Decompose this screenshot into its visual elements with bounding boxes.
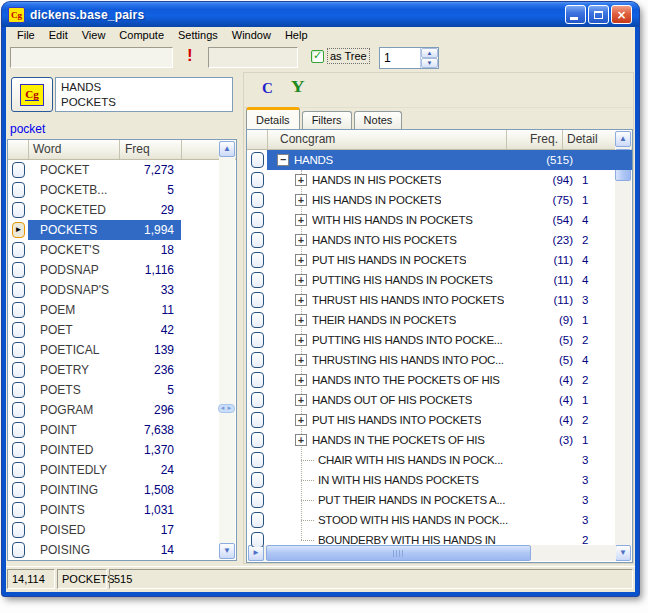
concgram-row[interactable]: STOOD WITH HIS HANDS IN POCK...3	[247, 510, 632, 530]
word-row[interactable]: POINT7,638	[8, 420, 236, 440]
concgram-row[interactable]: +THRUST HIS HANDS INTO POCKETS(11)3	[247, 290, 632, 310]
expand-icon[interactable]: +	[295, 334, 307, 346]
word-row-content[interactable]: POINT7,638	[28, 420, 181, 440]
word-row[interactable]: POETS5	[8, 380, 236, 400]
concgram-row[interactable]: PUT THEIR HANDS IN POCKETS A...3	[247, 490, 632, 510]
record-selector[interactable]	[251, 492, 264, 508]
menu-help[interactable]: Help	[278, 28, 315, 42]
concgram-row[interactable]: +PUTTING HIS HANDS IN POCKETS(11)4	[247, 270, 632, 290]
tab-filters[interactable]: Filters	[302, 111, 352, 129]
concgram-row[interactable]: +PUT HIS HANDS INTO POCKETS(4)2	[247, 410, 632, 430]
concgram-row-content[interactable]: +THRUSTING HIS HANDS INTO POC...(5)4	[267, 350, 632, 370]
column-header-word[interactable]: Word	[28, 140, 119, 159]
record-selector[interactable]	[12, 422, 25, 438]
concgram-row-content[interactable]: +PUT HIS HANDS INTO POCKETS(4)2	[267, 410, 632, 430]
concgram-row-content[interactable]: +HANDS INTO THE POCKETS OF HIS(4)2	[267, 370, 632, 390]
concgram-row[interactable]: +HANDS OUT OF HIS POCKETS(4)1	[247, 390, 632, 410]
expand-icon[interactable]: +	[295, 314, 307, 326]
word-row-content[interactable]: POINTS1,031	[28, 500, 181, 520]
word-row[interactable]: POCKETS1,994	[8, 220, 236, 240]
close-button[interactable]: ×	[611, 5, 632, 24]
word-row-content[interactable]: POET42	[28, 320, 181, 340]
menu-compute[interactable]: Compute	[112, 28, 171, 42]
word-row[interactable]: POINTS1,031	[8, 500, 236, 520]
concgram-row-content[interactable]: CHAIR WITH HIS HANDS IN POCK...3	[267, 450, 632, 470]
word-row-content[interactable]: PODSNAP'S33	[28, 280, 181, 300]
record-selector[interactable]	[251, 432, 264, 448]
record-selector[interactable]	[12, 542, 25, 558]
concgram-row[interactable]: +THRUSTING HIS HANDS INTO POC...(5)4	[247, 350, 632, 370]
concgram-row[interactable]: IN WITH HIS HANDS POCKETS3	[247, 470, 632, 490]
scroll-down-icon[interactable]: ▼	[219, 543, 235, 559]
record-selector[interactable]	[12, 362, 25, 378]
concgram-row[interactable]: +HANDS IN THE POCKETS OF HIS(3)1	[247, 430, 632, 450]
word-row-content[interactable]: POCKETS1,994	[28, 220, 181, 240]
word-row[interactable]: POGRAM296	[8, 400, 236, 420]
word-row-content[interactable]: POGRAM296	[28, 400, 181, 420]
expand-icon[interactable]: +	[295, 414, 307, 426]
record-selector[interactable]	[251, 292, 264, 308]
record-selector[interactable]	[12, 342, 25, 358]
word-row[interactable]: POCKETED29	[8, 200, 236, 220]
spinner-down-button[interactable]: ▼	[421, 58, 438, 68]
expand-icon[interactable]: +	[295, 214, 307, 226]
menu-window[interactable]: Window	[225, 28, 278, 42]
record-selector[interactable]	[251, 172, 264, 188]
expand-icon[interactable]: +	[295, 274, 307, 286]
menu-view[interactable]: View	[75, 28, 113, 42]
word-row[interactable]: POET42	[8, 320, 236, 340]
column-header-detail[interactable]: Detail	[562, 130, 616, 149]
concgram-row[interactable]: −HANDS(515)	[247, 150, 632, 170]
concgram-row[interactable]: +HIS HANDS IN POCKETS(75)1	[247, 190, 632, 210]
concgram-row-content[interactable]: +PUTTING HIS HANDS IN POCKETS(11)4	[267, 270, 632, 290]
record-selector[interactable]	[251, 472, 264, 488]
concgram-row-content[interactable]: +THRUST HIS HANDS INTO POCKETS(11)3	[267, 290, 632, 310]
concgram-row-content[interactable]: +HANDS IN THE POCKETS OF HIS(3)1	[267, 430, 632, 450]
spinner-up-button[interactable]: ▲	[421, 48, 438, 58]
word-row-content[interactable]: POINTING1,508	[28, 480, 181, 500]
column-header-freq[interactable]: Freq	[119, 140, 181, 159]
record-selector[interactable]	[251, 232, 264, 248]
record-selector[interactable]	[251, 412, 264, 428]
record-selector[interactable]	[12, 242, 25, 258]
record-selector[interactable]	[251, 372, 264, 388]
word-row[interactable]: POETICAL139	[8, 340, 236, 360]
record-selector[interactable]	[12, 322, 25, 338]
tab-notes[interactable]: Notes	[354, 111, 403, 129]
spinner-value[interactable]: 1	[380, 48, 420, 68]
expand-icon[interactable]: +	[295, 294, 307, 306]
record-selector[interactable]	[251, 332, 264, 348]
concgram-row-content[interactable]: +WITH HIS HANDS IN POCKETS(54)4	[267, 210, 632, 230]
column-header-concgram[interactable]: Concgram	[267, 130, 506, 149]
expand-icon[interactable]: +	[295, 354, 307, 366]
concgram-row-content[interactable]: +HANDS INTO HIS POCKETS(23)2	[267, 230, 632, 250]
word-row-content[interactable]: POCKETED29	[28, 200, 181, 220]
concgram-row-content[interactable]: IN WITH HIS HANDS POCKETS3	[267, 470, 632, 490]
record-selector[interactable]	[251, 192, 264, 208]
word-row[interactable]: POCKET'S18	[8, 240, 236, 260]
concgram-row-content[interactable]: +PUTTING HIS HANDS INTO POCKE...(5)2	[267, 330, 632, 350]
word-list-vscrollbar[interactable]: ▲ ▼	[219, 141, 235, 559]
panel-splitter-handle[interactable]: ◄►	[218, 404, 235, 413]
concgram-hscrollbar[interactable]: ◄ ►	[248, 545, 616, 561]
concgram-row[interactable]: BOUNDERBY WITH HIS HANDS IN2	[247, 530, 632, 547]
concgram-row-content[interactable]: −HANDS(515)	[267, 150, 632, 170]
scroll-down-icon[interactable]: ▼	[615, 545, 631, 561]
concgram-row-content[interactable]: +THEIR HANDS IN POCKETS(9)1	[267, 310, 632, 330]
word-row[interactable]: POCKET7,273	[8, 160, 236, 180]
record-selector[interactable]	[251, 272, 264, 288]
expand-icon[interactable]: +	[295, 194, 307, 206]
concgram-row-content[interactable]: STOOD WITH HIS HANDS IN POCK...3	[267, 510, 632, 530]
word-row-content[interactable]: POETS5	[28, 380, 181, 400]
word-row[interactable]: POINTED1,370	[8, 440, 236, 460]
scroll-up-icon[interactable]: ▲	[615, 131, 631, 147]
concgram-row-content[interactable]: +PUT HIS HANDS IN POCKETS(11)4	[267, 250, 632, 270]
record-selector[interactable]	[12, 442, 25, 458]
word-row[interactable]: POISING14	[8, 540, 236, 560]
record-selector[interactable]	[12, 382, 25, 398]
concgram-row-content[interactable]: PUT THEIR HANDS IN POCKETS A...3	[267, 490, 632, 510]
expand-icon[interactable]: +	[295, 394, 307, 406]
concgram-row[interactable]: +PUT HIS HANDS IN POCKETS(11)4	[247, 250, 632, 270]
minimize-button[interactable]	[565, 5, 586, 24]
word-row-content[interactable]: POCKETB...5	[28, 180, 181, 200]
